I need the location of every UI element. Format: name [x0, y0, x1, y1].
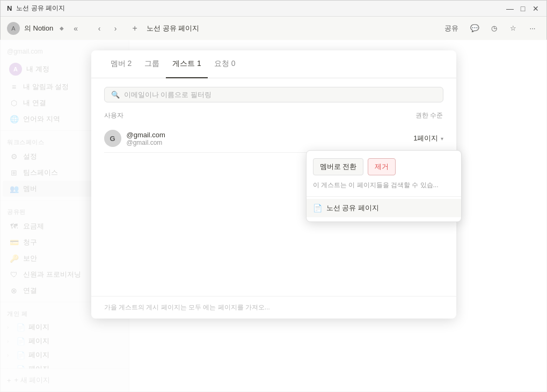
comment-button[interactable]: 💬 [467, 21, 482, 36]
back-button[interactable]: ‹ [92, 21, 107, 36]
history-button[interactable]: ◷ [486, 21, 501, 36]
permission-selector[interactable]: 1페이지 ▾ [413, 134, 443, 143]
app-icon: N [7, 4, 12, 12]
collapse-sidebar-button[interactable]: « [68, 21, 83, 36]
permission-dropdown: 멤버로 전환 제거 이 게스트는 이 페이지들을 검색할 수 있습... 📄 노… [306, 150, 462, 222]
workspace-label: 의 Notion [24, 24, 53, 33]
dropdown-actions: 멤버로 전환 제거 [307, 155, 461, 179]
modal-tabs: 멤버 2 그룹 게스트 1 요청 0 [91, 50, 456, 78]
members-modal: 멤버 2 그룹 게스트 1 요청 0 🔍 [91, 50, 456, 319]
table-header: 사용자 권한 수준 [91, 109, 456, 124]
close-button[interactable]: ✕ [531, 4, 540, 13]
modal-search: 🔍 [91, 78, 456, 109]
tab-requests[interactable]: 요청 0 [208, 50, 242, 78]
user-name: @gmail.com [127, 131, 414, 139]
dropdown-divider [307, 196, 461, 197]
col-perm-label: 권한 수준 [368, 111, 443, 120]
titlebar-left: N 노선 공유 페이지 [7, 4, 65, 13]
dropdown-page-item[interactable]: 📄 노선 공유 페이지 [307, 199, 461, 217]
tab-guests[interactable]: 게스트 1 [166, 50, 208, 78]
tab-members[interactable]: 멤버 2 [104, 50, 138, 78]
modal-overlay: 멤버 2 그룹 게스트 1 요청 0 🔍 [0, 40, 547, 392]
star-button[interactable]: ☆ [506, 21, 521, 36]
share-button[interactable]: 공유 [440, 21, 463, 35]
nav-controls: ‹ › [92, 21, 123, 36]
forward-button[interactable]: › [108, 21, 123, 36]
page-title: 노선 공유 페이지 [147, 24, 199, 33]
maximize-button[interactable]: □ [519, 4, 527, 13]
user-avatar: G [104, 130, 121, 147]
titlebar: N 노선 공유 페이지 — □ ✕ [1, 1, 546, 17]
dropdown-info-text: 이 게스트는 이 페이지들을 검색할 수 있습... [307, 179, 461, 194]
page-item-label: 노선 공유 페이지 [326, 203, 379, 213]
user-email-secondary: @gmail.com [127, 139, 414, 146]
footer-text: 가을 게스트의 게시 페이지는 모두 에는 페이지를 가져오... [104, 304, 270, 311]
permission-value: 1페이지 [413, 134, 438, 143]
app-toolbar: A 의 Notion ◆ « ‹ › + 노선 공유 페이지 공유 💬 ◷ ☆ … [1, 17, 546, 40]
modal-table-body: G @gmail.com @gmail.com 1페이지 ▾ 멤버로 전환 [91, 124, 456, 296]
add-page-button[interactable]: + [127, 21, 142, 36]
search-icon: 🔍 [111, 91, 120, 99]
chevron-down-icon: ▾ [441, 136, 443, 142]
document-icon: 📄 [313, 204, 322, 212]
titlebar-title: 노선 공유 페이지 [16, 4, 65, 13]
avatar[interactable]: A [7, 22, 20, 35]
modal-footer: 가을 게스트의 게시 페이지는 모두 에는 페이지를 가져오... [91, 296, 456, 319]
search-input[interactable] [124, 91, 436, 99]
search-input-wrap: 🔍 [104, 87, 443, 102]
titlebar-controls: — □ ✕ [506, 4, 540, 13]
user-info: @gmail.com @gmail.com [127, 131, 414, 146]
minimize-button[interactable]: — [506, 4, 514, 13]
col-user-label: 사용자 [104, 111, 368, 120]
table-row: G @gmail.com @gmail.com 1페이지 ▾ [104, 124, 443, 153]
tab-groups[interactable]: 그룹 [138, 50, 166, 78]
convert-to-member-button[interactable]: 멤버로 전환 [313, 158, 364, 175]
toolbar-right: 공유 💬 ◷ ☆ ··· [440, 21, 540, 36]
app-window: N 노선 공유 페이지 — □ ✕ A 의 Notion ◆ « ‹ › + 노… [0, 0, 547, 392]
more-button[interactable]: ··· [525, 21, 540, 36]
remove-guest-button[interactable]: 제거 [368, 158, 396, 175]
workspace-chevron-icon: ◆ [60, 25, 64, 31]
